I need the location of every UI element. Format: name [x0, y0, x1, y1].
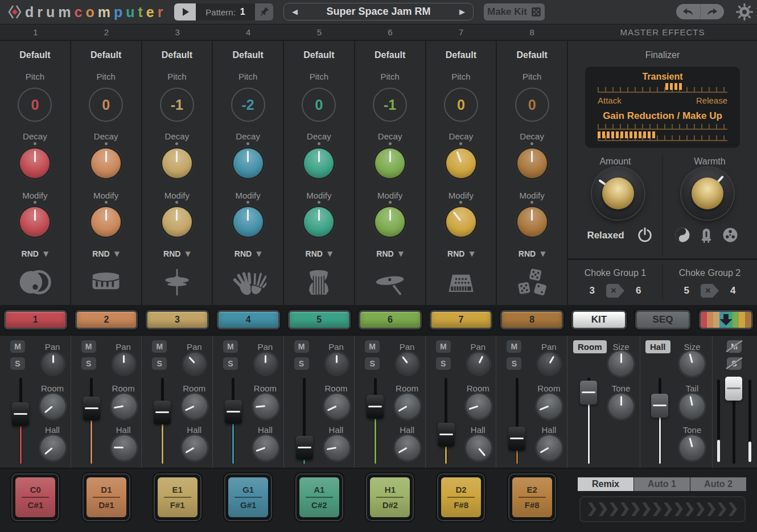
room-send-knob[interactable] [253, 394, 278, 419]
master-fader[interactable] [725, 380, 742, 462]
pitch-knob[interactable]: -1 [160, 88, 194, 122]
tab-channel-2[interactable]: 3 [146, 310, 209, 329]
volume-fader[interactable] [296, 380, 313, 462]
pad-6[interactable]: D2 F#8 [437, 473, 485, 521]
pitch-knob[interactable]: 0 [302, 88, 336, 122]
rnd-dropdown[interactable]: RND ▼ [142, 249, 212, 258]
pad-surface[interactable]: A1 C#2 [299, 477, 339, 517]
pitch-knob[interactable]: -1 [373, 88, 407, 122]
modify-knob[interactable] [20, 207, 50, 237]
amount-knob[interactable] [592, 167, 644, 220]
channel-preset-name[interactable]: Default [355, 50, 425, 60]
solo-button[interactable]: S [507, 357, 521, 370]
pad-surface[interactable]: E1 F#1 [158, 477, 198, 517]
pattern-display[interactable]: Pattern: 1 [196, 3, 255, 20]
tab-channel-0[interactable]: 1 [4, 310, 67, 329]
fader-handle[interactable] [725, 377, 742, 401]
volume-fader[interactable] [367, 380, 384, 462]
decay-knob[interactable] [91, 149, 121, 178]
play-button[interactable] [174, 3, 196, 20]
compressor-mode-selector[interactable]: Relaxed [576, 230, 635, 241]
room-tone-knob[interactable] [608, 394, 633, 419]
instrument-icon[interactable] [301, 267, 337, 297]
warmth-knob[interactable] [681, 167, 734, 220]
preset-next-icon[interactable]: ▶ [459, 8, 465, 15]
tab-channel-4[interactable]: 5 [288, 310, 351, 329]
finalizer-power-button[interactable] [636, 226, 653, 244]
room-send-knob[interactable] [182, 394, 207, 419]
modify-knob[interactable] [91, 207, 121, 237]
instrument-icon[interactable] [17, 267, 53, 297]
pan-knob[interactable] [113, 353, 135, 374]
kit-select-button[interactable] [699, 310, 753, 329]
decay-knob[interactable] [162, 149, 192, 178]
room-send-knob[interactable] [40, 394, 65, 419]
tab-channel-5[interactable]: 6 [359, 310, 422, 329]
channel-preset-name[interactable]: Default [426, 50, 496, 60]
channel-preset-name[interactable]: Default [213, 50, 283, 60]
solo-button[interactable]: S [436, 357, 451, 370]
fader-handle[interactable] [296, 436, 313, 460]
fader-handle[interactable] [12, 402, 29, 426]
pan-knob[interactable] [255, 353, 277, 374]
fader-handle[interactable] [508, 427, 525, 451]
volume-fader[interactable] [12, 380, 29, 462]
pad-surface[interactable]: D2 F#8 [441, 477, 481, 517]
mute-button[interactable]: M [81, 340, 96, 353]
choke-2-right-value[interactable]: 4 [730, 285, 735, 296]
solo-button[interactable]: S [223, 357, 238, 370]
rnd-dropdown[interactable]: RND ▼ [497, 249, 567, 258]
decay-knob[interactable] [517, 149, 547, 178]
modify-knob[interactable] [304, 207, 334, 237]
settings-button[interactable] [734, 2, 755, 22]
pan-knob[interactable] [184, 353, 205, 374]
mute-button[interactable]: M [223, 340, 238, 353]
solo-button[interactable]: S [365, 357, 380, 370]
rnd-dropdown[interactable]: RND ▼ [426, 249, 496, 258]
instrument-icon[interactable] [88, 267, 124, 297]
fader-handle[interactable] [651, 394, 668, 418]
tab-channel-6[interactable]: 7 [430, 310, 493, 329]
pitch-knob[interactable]: 0 [515, 88, 549, 122]
rnd-dropdown[interactable]: RND ▼ [355, 249, 425, 258]
fader-handle[interactable] [225, 400, 242, 424]
pan-knob[interactable] [538, 353, 560, 374]
volume-fader[interactable] [438, 380, 455, 462]
pad-7[interactable]: E2 F#8 [508, 473, 556, 521]
pad-3[interactable]: G1 G#1 [224, 473, 272, 521]
modify-knob[interactable] [233, 207, 263, 237]
channel-preset-name[interactable]: Default [284, 50, 354, 60]
hall-level-fader[interactable] [651, 380, 668, 462]
choke-cross-icon[interactable]: × [606, 284, 624, 298]
pitch-knob[interactable]: -2 [231, 88, 265, 122]
redo-button[interactable] [701, 4, 725, 19]
pan-knob[interactable] [468, 353, 489, 374]
tab-channel-7[interactable]: 8 [500, 310, 563, 329]
tab-kit[interactable]: KIT [571, 310, 627, 329]
hall-send-knob[interactable] [40, 435, 65, 460]
rnd-dropdown[interactable]: RND ▼ [71, 249, 141, 258]
mute-button[interactable]: M [152, 340, 167, 353]
instrument-icon[interactable] [159, 267, 195, 297]
instrument-icon[interactable] [443, 267, 479, 297]
fader-handle[interactable] [154, 401, 171, 424]
pad-surface[interactable]: E2 F#8 [512, 477, 552, 517]
hall-send-knob[interactable] [253, 435, 278, 460]
modify-knob[interactable] [517, 207, 547, 237]
tab-seq[interactable]: SEQ [635, 310, 690, 329]
room-send-knob[interactable] [112, 394, 137, 419]
decay-knob[interactable] [446, 149, 476, 178]
preset-name[interactable]: Super Space Jam RM [326, 6, 430, 18]
channel-preset-name[interactable]: Default [71, 50, 141, 60]
pan-knob[interactable] [397, 353, 418, 374]
make-kit-button[interactable]: Make Kit [484, 3, 545, 20]
master-mute-button[interactable]: M [727, 340, 742, 353]
solo-button[interactable]: S [294, 357, 309, 370]
pad-surface[interactable]: C0 C#1 [15, 477, 55, 517]
fader-handle[interactable] [367, 395, 384, 419]
hall-tail-knob[interactable] [680, 394, 705, 419]
mute-button[interactable]: M [436, 340, 451, 353]
pitch-knob[interactable]: 0 [89, 88, 123, 122]
hall-send-knob[interactable] [537, 435, 562, 460]
tape-mode-button[interactable] [722, 226, 739, 244]
